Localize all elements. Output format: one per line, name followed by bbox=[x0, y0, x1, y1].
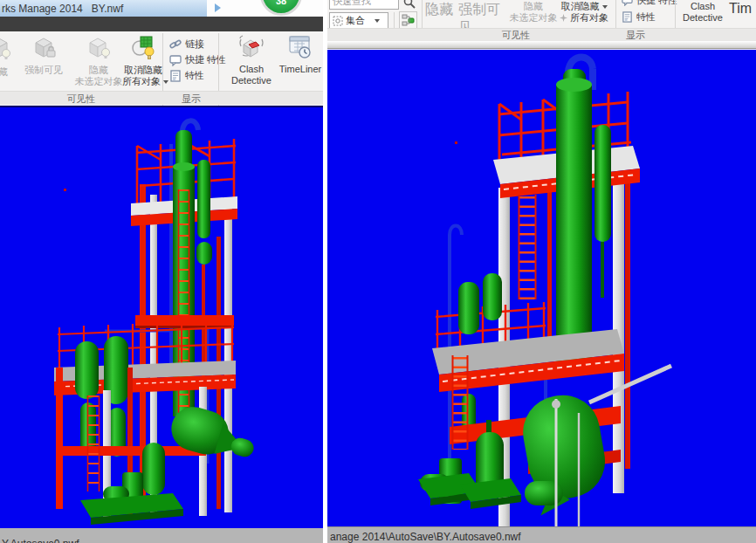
ribbon: 集合 隐藏 强制可见 隐藏 未选定对象 取消隐藏 bbox=[327, 0, 756, 28]
ribbon-group-labels: 可见性 显示 bbox=[327, 28, 756, 41]
visibility-group-label: 可见性 bbox=[483, 29, 549, 42]
search-icon bbox=[403, 0, 416, 9]
properties-icon bbox=[169, 70, 182, 82]
play-icon[interactable] bbox=[215, 3, 221, 12]
clash-detective-button[interactable]: Clash Detective bbox=[678, 1, 727, 24]
selection-tree-icon bbox=[402, 14, 415, 27]
ribbon-group-labels: 可见性 显示 bbox=[0, 91, 323, 105]
force-visible-button[interactable]: 强制可见 bbox=[21, 33, 66, 76]
cube-bulb-icon bbox=[86, 35, 112, 61]
hide-unselected-button[interactable]: 隐藏 未选定对象 bbox=[507, 1, 560, 24]
hide-unselected-button[interactable]: 隐藏 未选定对象 bbox=[73, 33, 124, 87]
window-title: rks Manage 2014 BY.nwf bbox=[2, 3, 123, 15]
visibility-group-label: 可见性 bbox=[48, 93, 114, 106]
separator bbox=[394, 12, 395, 29]
properties-button[interactable]: 特性 bbox=[169, 69, 204, 82]
unhide-all-button[interactable]: 取消隐藏 所有对象 bbox=[556, 1, 612, 24]
title-bar[interactable]: rks Manage 2014 BY.nwf bbox=[0, 0, 207, 17]
dropdown-caret-icon bbox=[602, 5, 608, 9]
speech-bubble-icon bbox=[622, 0, 633, 6]
timeliner-button[interactable]: Tim bbox=[729, 1, 755, 17]
right-window: 集合 隐藏 强制可见 隐藏 未选定对象 取消隐藏 bbox=[327, 0, 756, 543]
links-button[interactable]: 链接 bbox=[169, 38, 204, 51]
ribbon-collapsed-bar bbox=[0, 17, 323, 31]
status-bar: Y.Autosave0.nwf bbox=[0, 528, 323, 543]
display-group-label: 显示 bbox=[615, 29, 656, 42]
group-separator bbox=[422, 0, 423, 28]
quick-properties-button[interactable]: 快捷 特性 bbox=[622, 0, 677, 7]
left-window: rks Manage 2014 BY.nwf 38 隐藏 bbox=[0, 0, 323, 543]
selection-tree-button[interactable] bbox=[399, 11, 417, 30]
properties-button[interactable]: 特性 bbox=[622, 10, 656, 24]
group-separator bbox=[675, 0, 676, 28]
autosave-path: Y.Autosave0.nwf bbox=[2, 538, 79, 543]
cube-bulb-icon bbox=[0, 35, 12, 61]
cube-lock-icon bbox=[31, 35, 58, 61]
group-separator bbox=[615, 0, 616, 28]
window-edge-strip bbox=[327, 41, 756, 49]
search-button[interactable] bbox=[402, 0, 417, 10]
plant-model-left bbox=[0, 106, 323, 528]
dual-navisworks-screenshots: rks Manage 2014 BY.nwf 38 隐藏 bbox=[0, 0, 756, 543]
speech-bubble-icon bbox=[169, 54, 182, 66]
3d-viewport[interactable] bbox=[327, 50, 756, 526]
sets-dropdown[interactable]: 集合 bbox=[329, 12, 388, 29]
link-icon bbox=[169, 38, 182, 51]
clash-detective-button[interactable]: Clash Detective bbox=[225, 33, 278, 86]
sparkle-icon bbox=[560, 14, 567, 22]
status-bar: anage 2014\AutoSave\BY.Autosave0.nwf bbox=[327, 526, 756, 543]
dropdown-caret-icon bbox=[163, 80, 168, 84]
quick-find-input[interactable] bbox=[329, 0, 399, 10]
3d-viewport[interactable] bbox=[0, 106, 323, 528]
properties-icon bbox=[622, 11, 633, 23]
hide-button[interactable]: 隐藏 bbox=[425, 1, 455, 19]
autosave-path: anage 2014\AutoSave\BY.Autosave0.nwf bbox=[330, 531, 521, 543]
timeliner-button[interactable]: TimeLiner bbox=[278, 33, 323, 75]
file-name: BY.nwf bbox=[92, 3, 123, 15]
ribbon: 隐藏 强制可见 bbox=[0, 31, 323, 91]
display-group-label: 显示 bbox=[171, 93, 211, 106]
hide-button[interactable]: 隐藏 bbox=[0, 33, 19, 78]
clash-detective-icon bbox=[238, 34, 265, 60]
unhide-all-button[interactable]: 取消隐藏 所有对象 bbox=[122, 33, 164, 87]
dropdown-caret-icon bbox=[375, 19, 380, 23]
unhide-all-icon bbox=[131, 35, 157, 61]
selection-box-icon bbox=[333, 16, 343, 26]
plant-model-right bbox=[327, 50, 756, 526]
timeliner-icon bbox=[287, 34, 313, 60]
